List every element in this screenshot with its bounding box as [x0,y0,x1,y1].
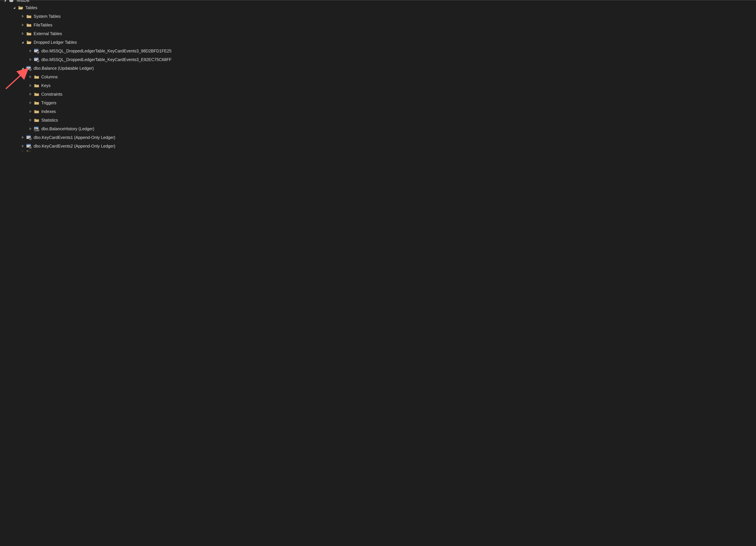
tree-node-statistics[interactable]: Statistics [0,116,209,125]
tree-node-keys[interactable]: Keys [0,81,209,90]
expander-closed-icon[interactable] [21,150,25,151]
folder-icon [34,83,40,89]
folder-icon [26,13,32,19]
folder-icon [34,117,40,123]
folder-icon [26,150,32,151]
node-label: Columns [41,73,58,81]
node-label: dbo.Balance (Updatable Ledger) [34,64,94,73]
node-label: dbo.MSSQL_DroppedLedgerTable_KeyCardEven… [41,47,171,55]
expander-closed-icon[interactable] [21,144,25,148]
tree-node-file-tables[interactable]: FileTables [0,21,209,29]
tree-node-constraints[interactable]: Constraints [0,90,209,99]
tree-node-indexes[interactable]: Indexes [0,107,209,116]
expander-closed-icon[interactable] [28,101,33,105]
tree-node-partial[interactable] [0,150,209,151]
tree-node-keycardevents2[interactable]: dbo.KeyCardEvents2 (Append-Only Ledger) [0,142,209,150]
expander-closed-icon[interactable] [28,92,33,96]
node-label: System Tables [34,12,61,21]
tree-node-balance-table[interactable]: dbo.Balance (Updatable Ledger) [0,64,209,73]
expander-open-icon[interactable] [3,0,7,2]
object-explorer-tree[interactable]: TestDB Tables System Tables FileTables E… [0,0,209,151]
database-icon [8,0,14,3]
expander-closed-icon[interactable] [21,14,25,18]
node-label: Dropped Ledger Tables [34,38,77,47]
node-label: Keys [41,81,51,90]
node-label: FileTables [34,21,52,29]
table-ledger-icon [26,135,32,140]
tree-node-dropped-table[interactable]: dbo.MSSQL_DroppedLedgerTable_KeyCardEven… [0,55,209,64]
node-label: Indexes [41,107,56,116]
expander-open-icon[interactable] [21,40,25,44]
folder-icon [26,31,32,37]
table-ledger-icon [34,57,40,63]
tree-node-columns[interactable]: Columns [0,73,209,81]
tree-node-database[interactable]: TestDB [0,0,209,3]
folder-icon [34,74,40,80]
expander-open-icon[interactable] [21,66,25,70]
folder-icon [34,100,40,106]
tree-node-dropped-ledger-tables[interactable]: Dropped Ledger Tables [0,38,209,47]
folder-open-icon [26,39,32,45]
expander-closed-icon[interactable] [28,57,33,62]
expander-closed-icon[interactable] [28,118,33,122]
expander-closed-icon[interactable] [28,127,33,131]
tree-node-triggers[interactable]: Triggers [0,99,209,107]
table-ledger-icon [26,65,32,71]
table-ledger-icon [34,48,40,54]
history-table-icon [34,126,40,132]
tree-node-system-tables[interactable]: System Tables [0,12,209,21]
node-label: dbo.KeyCardEvents2 (Append-Only Ledger) [34,142,115,150]
node-label: Statistics [41,116,58,125]
tree-node-balance-history[interactable]: dbo.BalanceHistory (Ledger) [0,125,209,133]
expander-closed-icon[interactable] [21,23,25,27]
expander-closed-icon[interactable] [28,49,33,53]
expander-closed-icon[interactable] [28,109,33,114]
node-label: Constraints [41,90,62,99]
table-ledger-icon [26,143,32,149]
expander-open-icon[interactable] [12,5,17,10]
tree-node-dropped-table[interactable]: dbo.MSSQL_DroppedLedgerTable_KeyCardEven… [0,47,209,55]
folder-icon [34,91,40,97]
node-label: External Tables [34,29,62,38]
expander-closed-icon[interactable] [21,31,25,36]
expander-closed-icon[interactable] [21,135,25,140]
tree-node-tables[interactable]: Tables [0,3,209,12]
node-label: Tables [25,3,37,12]
node-label: dbo.KeyCardEvents1 (Append-Only Ledger) [34,133,115,142]
tree-node-external-tables[interactable]: External Tables [0,29,209,38]
expander-closed-icon[interactable] [28,83,33,88]
tree-node-keycardevents1[interactable]: dbo.KeyCardEvents1 (Append-Only Ledger) [0,133,209,142]
folder-open-icon [18,5,24,11]
folder-icon [34,109,40,115]
expander-closed-icon[interactable] [28,75,33,79]
node-label: dbo.BalanceHistory (Ledger) [41,125,94,133]
node-label: Triggers [41,99,56,107]
folder-icon [26,22,32,28]
node-label: dbo.MSSQL_DroppedLedgerTable_KeyCardEven… [41,55,171,64]
